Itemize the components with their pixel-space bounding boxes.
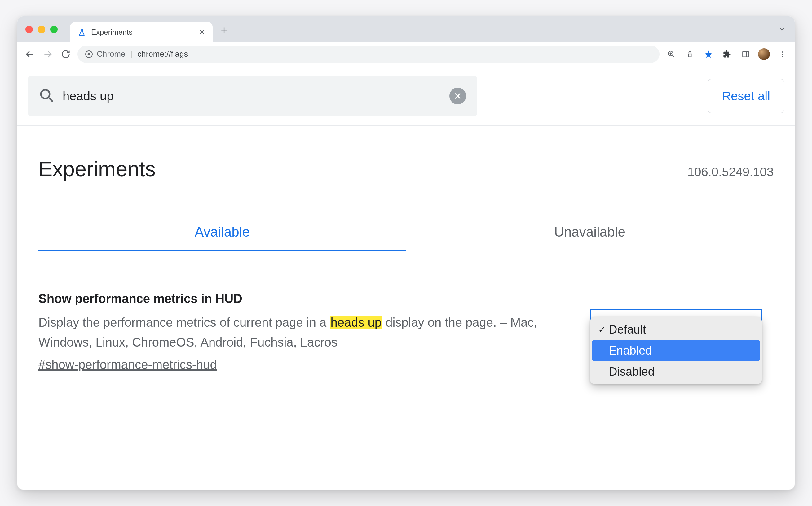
toolbar: Chrome | chrome://flags xyxy=(17,43,795,66)
minimize-window-button[interactable] xyxy=(38,26,45,33)
omnibox-separator: | xyxy=(130,49,132,59)
dropdown-option-disabled[interactable]: Disabled xyxy=(592,361,760,382)
tabs-dropdown-button[interactable] xyxy=(778,25,786,35)
window-controls xyxy=(25,26,58,33)
svg-point-10 xyxy=(782,52,783,53)
toolbar-right xyxy=(665,48,789,60)
svg-point-12 xyxy=(782,56,783,57)
back-button[interactable] xyxy=(23,48,36,60)
tab-unavailable[interactable]: Unavailable xyxy=(406,224,773,251)
forward-button[interactable] xyxy=(42,48,54,60)
svg-point-11 xyxy=(782,54,783,55)
profile-avatar[interactable] xyxy=(758,48,770,60)
svg-point-3 xyxy=(88,53,90,56)
tab-title: Experiments xyxy=(91,28,194,36)
tab-strip: Experiments ✕ ＋ xyxy=(17,16,795,43)
search-input[interactable] xyxy=(63,89,441,103)
tabs: Available Unavailable xyxy=(39,224,773,251)
dropdown-option-default[interactable]: ✓ Default xyxy=(592,319,760,340)
share-icon[interactable] xyxy=(684,48,696,60)
flag-desc-prefix: Display the performance metrics of curre… xyxy=(39,316,330,329)
tab-available[interactable]: Available xyxy=(39,224,406,251)
reset-all-button[interactable]: Reset all xyxy=(708,79,784,113)
chrome-icon xyxy=(85,50,93,58)
search-row: Reset all xyxy=(17,66,795,126)
site-indicator-label: Chrome xyxy=(97,49,125,59)
menu-icon[interactable] xyxy=(776,48,789,60)
dropdown-label: Disabled xyxy=(609,365,655,378)
version-label: 106.0.5249.103 xyxy=(687,165,773,179)
svg-point-13 xyxy=(41,90,50,98)
close-window-button[interactable] xyxy=(25,26,33,33)
page-content: Reset all Experiments 106.0.5249.103 Ava… xyxy=(17,66,795,371)
flag-info: Show performance metrics in HUD Display … xyxy=(39,292,572,371)
clear-search-button[interactable] xyxy=(449,88,466,104)
flag-description: Display the performance metrics of curre… xyxy=(39,313,572,352)
url-text: chrome://flags xyxy=(137,49,188,59)
sidepanel-icon[interactable] xyxy=(739,48,752,60)
reload-button[interactable] xyxy=(60,48,72,60)
search-icon xyxy=(39,88,54,104)
search-highlight: heads up xyxy=(330,316,382,329)
page-title: Experiments xyxy=(39,157,156,181)
new-tab-button[interactable]: ＋ xyxy=(219,23,229,37)
header-row: Experiments 106.0.5249.103 xyxy=(17,126,795,187)
zoom-icon[interactable] xyxy=(665,48,677,60)
flag-control: ✓ Default Enabled Disabled xyxy=(590,293,762,371)
extensions-icon[interactable] xyxy=(721,48,733,60)
flag-select-dropdown: ✓ Default Enabled Disabled xyxy=(590,317,762,384)
browser-window: Experiments ✕ ＋ Chrome | chrome://flags xyxy=(17,16,795,490)
flag-title: Show performance metrics in HUD xyxy=(39,292,572,306)
address-bar[interactable]: Chrome | chrome://flags xyxy=(77,46,660,63)
svg-line-14 xyxy=(49,98,53,102)
browser-tab[interactable]: Experiments ✕ xyxy=(70,22,213,43)
svg-line-5 xyxy=(672,55,674,57)
bookmark-star-icon[interactable] xyxy=(702,48,715,60)
flag-row: Show performance metrics in HUD Display … xyxy=(17,251,795,371)
site-identity: Chrome xyxy=(85,49,125,59)
svg-rect-8 xyxy=(743,52,749,57)
flask-icon xyxy=(77,28,86,36)
maximize-window-button[interactable] xyxy=(50,26,58,33)
search-box[interactable] xyxy=(28,76,477,116)
close-tab-button[interactable]: ✕ xyxy=(199,28,205,36)
check-icon: ✓ xyxy=(598,324,606,335)
dropdown-option-enabled[interactable]: Enabled xyxy=(592,340,760,361)
flag-hash-link[interactable]: #show-performance-metrics-hud xyxy=(39,358,217,371)
dropdown-label: Default xyxy=(609,323,646,336)
dropdown-label: Enabled xyxy=(609,344,652,357)
